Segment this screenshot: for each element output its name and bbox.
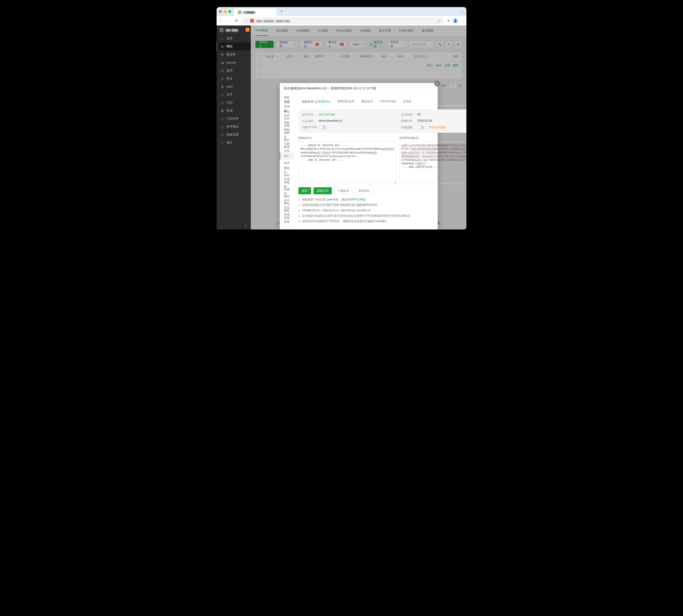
close-ssl-button[interactable]: 关闭SSL [355,187,373,194]
sidebar-item-panel-settings[interactable]: ⚙面板设置 [217,131,251,139]
sidebar-item-security[interactable]: ⛨安全 [217,74,251,83]
save-button[interactable]: 保存 [298,187,311,194]
force-https-toggle[interactable] [319,126,326,129]
shield-icon: ⛨ [220,76,224,81]
sidebar-item-terminal[interactable]: ▣终端 [217,107,251,115]
browser-tab[interactable]: ▮ ▮▮▮▮▮▮ [234,8,276,16]
modal-close-button[interactable]: ✕ [434,81,440,86]
minimize-window-icon[interactable] [224,10,227,13]
waf-icon: ◉ [220,85,224,88]
pem-label: 证书(PEM格式) [399,136,466,140]
bookmark-icon[interactable]: ☆ [437,19,441,23]
ssl-tips: 粘贴您的*.key以及*.pem内容，然后保存即可[帮助]。 如果浏览器提示证书… [298,198,466,223]
modal-nav-access[interactable]: 访问限制 [280,117,294,124]
sidebar-item-files[interactable]: 🗀文件 [217,91,251,98]
tip-item: 粘贴您的*.key以及*.pem内容，然后保存即可[帮助]。 [302,198,466,202]
sidebar-item-logs[interactable]: ☰日志 [217,98,251,107]
ssl-tab-commercial[interactable]: 商用SSL证书 [334,97,358,105]
ssl-tab-le[interactable]: Let's Encrypt [376,97,400,105]
modal-sidebar: 域名管理 子目录绑定 网站目录 访问限制 流量限制 伪静态 默认文档 配置文件 … [280,94,294,229]
site-info-icon[interactable] [245,19,249,23]
ssl-tab-test[interactable]: 测试证书 [358,97,376,105]
sidebar-item-database[interactable]: ⛃数据库 [217,50,251,59]
expire-remind-link[interactable]: 到期设置提醒 [429,126,446,130]
renew-button[interactable]: 续签证书 [314,187,332,194]
docker-icon: ◪ [220,61,224,64]
modal-nav-redirect[interactable]: 重定向 [280,167,294,174]
folder-icon: 🗀 [220,93,224,96]
back-button[interactable]: ← [219,18,224,23]
ssl-tabs: 当前证书 -[已部署SSL] 商用SSL证书 测试证书 Let's Encryp… [298,97,466,106]
grid-icon: ◫ [220,125,224,129]
pem-textarea[interactable]: cm2F+yxYlPt6cbbtYVNJCGfHWqHEQ4FYStUyFnv8… [399,141,466,184]
globe-icon: ⊕ [220,45,224,48]
help-link[interactable]: [帮助] [358,198,366,201]
sidebar-item-home[interactable]: ⌂首页 [217,35,251,42]
modal-nav-antisteal[interactable]: 防盗链 [280,181,294,188]
modal-nav-proxy[interactable]: 反向代理 [280,174,294,181]
modal-nav-ssl[interactable]: SSL [280,153,294,160]
key-label: 密钥(KEY) [298,136,396,140]
modal-nav-antitamper[interactable]: 防篡改 [280,188,294,195]
modal-nav-webroot[interactable]: 网站目录 [280,110,294,117]
log-icon: ☰ [220,101,224,105]
modal-nav-other[interactable]: 其他设置 [280,216,294,223]
modal-nav-websecurity[interactable]: 网站安全 [280,195,294,202]
ssl-tab-folder[interactable]: 证书夹 [400,97,415,105]
maximize-window-icon[interactable] [228,10,231,13]
modal-title: 站点修改[demo.likeadmin.cn] -- 添加时间[2024-10-… [280,83,438,94]
tip-item: PEM格式证书 = 域名证书.crt + 根证书(root_bundle).cr… [302,208,466,213]
modal-nav-rewrite[interactable]: 伪静态 [280,131,294,138]
modal-nav-config[interactable]: 配置文件 [280,146,294,153]
sidebar-item-appstore[interactable]: ◫软件商店 [217,123,251,131]
modal-nav-traffic[interactable]: 流量限制 [280,124,294,131]
modal-nav-weblog[interactable]: 网站日志 [280,202,294,209]
sidebar-item-waf[interactable]: ◉WAF [217,83,251,91]
url-bar[interactable]: ▮▮▮.▮▮▮▮▮▮:▮▮▮▮/▮▮▮ ☆ [242,17,444,24]
modal-nav-alert[interactable]: 网站告警 [280,209,294,216]
calendar-icon: ◫ [220,117,224,120]
logout-icon: ⎋ [220,141,224,145]
tip-item: 如果浏览器提示证书链不完整,请检查是否正确拼接PEM证书 [302,203,466,207]
url-text: ▮▮▮.▮▮▮▮▮▮:▮▮▮▮/▮▮▮ [256,19,290,23]
cert-info: 证书分类:Let's Encrypt 证书品牌:E5 认证域名:demo.lik… [298,109,466,133]
sidebar-item-docker[interactable]: ◪Docker [217,59,251,66]
window-controls [219,10,231,13]
logo-icon [220,28,224,32]
sidebar: ▮▮▮ ▮▮▮▮ ⌂首页 ⊕网站 ⛃数据库 ◪Docker ▤监控 ⛨安全 ◉W… [217,25,251,229]
database-icon: ⛃ [220,52,224,57]
sidebar-item-monitor[interactable]: ▤监控 [217,66,251,74]
monitor-icon: ▤ [220,69,224,72]
modal-nav-subdir[interactable]: 子目录绑定 [280,103,294,110]
kebab-menu-icon[interactable]: ⋮ [461,19,464,23]
new-tab-button[interactable]: + [278,8,285,15]
modal-nav-defaultdoc[interactable]: 默认文档 [280,138,294,146]
sidebar-logo: ▮▮▮ ▮▮▮▮ [217,25,251,35]
home-icon: ⌂ [220,37,224,40]
gear-icon: ⚙ [220,133,224,136]
modal-nav-php[interactable]: PHP [280,160,294,167]
expire-remind-toggle[interactable] [417,126,425,129]
sidebar-item-cron[interactable]: ◫计划任务 [217,115,251,123]
sidebar-collapse-button[interactable]: ⇤ [217,221,251,229]
close-window-icon[interactable] [219,10,222,13]
labs-icon[interactable]: ⚗ [447,19,450,23]
tab-favicon [238,10,242,14]
tip-item: 如开启后无法使用HTTPS访问，请检查安全组是否正确放行443端口 [302,219,466,223]
sidebar-item-website[interactable]: ⊕网站 [217,42,251,50]
tab-menu-icon[interactable]: ⌄ [459,9,464,14]
reload-button[interactable]: ⟳ [234,19,239,23]
browser-chrome: ▮ ▮▮▮▮▮▮ + ⌄ ← → ⟳ ▮▮▮.▮▮▮▮▮▮:▮▮▮▮/▮▮▮ ☆… [217,7,466,25]
sidebar-item-logout[interactable]: ⎋退出 [217,139,251,147]
tab-title: ▮ ▮▮▮▮▮▮ [244,10,255,14]
profile-avatar[interactable]: 👤 [453,18,458,24]
logo-badge [246,28,249,31]
private-key-textarea[interactable]: -----BEGIN EC PRIVATE KEY-----MHcCAQEEIN… [298,141,396,184]
modal-actions: 保存 续签证书 下载证书 关闭SSL [298,187,466,194]
site-edit-modal: ✕ 站点修改[demo.likeadmin.cn] -- 添加时间[2024-1… [280,83,438,229]
terminal-icon: ▣ [220,109,224,112]
download-cert-button[interactable]: 下载证书 [334,187,352,194]
ssl-tab-current[interactable]: 当前证书 -[已部署SSL] [298,97,334,106]
forward-button[interactable]: → [227,18,231,23]
security-warning-icon [250,19,254,23]
